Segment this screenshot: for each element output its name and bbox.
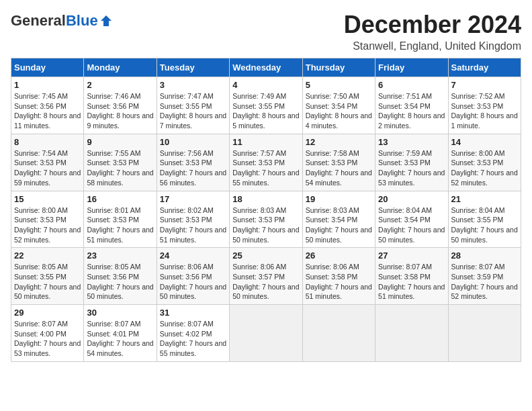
calendar-cell: 25 Sunrise: 8:06 AMSunset: 3:57 PMDaylig… (230, 248, 302, 305)
calendar-cell: 15 Sunrise: 8:00 AMSunset: 3:53 PMDaylig… (11, 191, 84, 248)
column-header-monday: Monday (84, 58, 157, 77)
day-detail: Sunrise: 8:06 AMSunset: 3:58 PMDaylight:… (306, 262, 372, 302)
day-number: 5 (306, 80, 372, 90)
day-detail: Sunrise: 7:57 AMSunset: 3:53 PMDaylight:… (232, 148, 299, 188)
calendar-cell: 29 Sunrise: 8:07 AMSunset: 4:00 PMDaylig… (11, 305, 84, 362)
calendar-cell: 10 Sunrise: 7:56 AMSunset: 3:53 PMDaylig… (157, 134, 229, 191)
day-detail: Sunrise: 7:52 AMSunset: 3:53 PMDaylight:… (451, 91, 518, 131)
day-number: 25 (232, 250, 299, 261)
day-detail: Sunrise: 8:04 AMSunset: 3:54 PMDaylight:… (378, 205, 445, 245)
day-detail: Sunrise: 7:56 AMSunset: 3:53 PMDaylight:… (160, 148, 226, 188)
calendar-cell (302, 305, 375, 362)
calendar-cell: 3 Sunrise: 7:47 AMSunset: 3:55 PMDayligh… (157, 77, 229, 134)
week-row-3: 15 Sunrise: 8:00 AMSunset: 3:53 PMDaylig… (11, 191, 521, 248)
calendar-cell (375, 305, 448, 362)
day-number: 21 (451, 194, 518, 204)
day-detail: Sunrise: 8:04 AMSunset: 3:55 PMDaylight:… (451, 205, 518, 245)
calendar-cell: 24 Sunrise: 8:06 AMSunset: 3:56 PMDaylig… (157, 248, 229, 305)
calendar-cell: 20 Sunrise: 8:04 AMSunset: 3:54 PMDaylig… (375, 191, 448, 248)
page-header: GeneralBlue December 2024 Stanwell, Engl… (11, 11, 521, 52)
calendar-cell: 2 Sunrise: 7:46 AMSunset: 3:56 PMDayligh… (84, 77, 157, 134)
day-detail: Sunrise: 8:07 AMSunset: 4:02 PMDaylight:… (160, 319, 226, 359)
day-detail: Sunrise: 8:03 AMSunset: 3:53 PMDaylight:… (232, 205, 299, 245)
calendar-cell: 6 Sunrise: 7:51 AMSunset: 3:54 PMDayligh… (375, 77, 448, 134)
day-detail: Sunrise: 8:05 AMSunset: 3:55 PMDaylight:… (14, 262, 81, 302)
day-number: 26 (306, 250, 372, 261)
day-number: 18 (232, 194, 299, 204)
day-number: 9 (87, 137, 153, 147)
logo-general-text: General (11, 12, 66, 29)
day-number: 31 (160, 308, 226, 318)
calendar-cell: 30 Sunrise: 8:07 AMSunset: 4:01 PMDaylig… (84, 305, 157, 362)
subtitle: Stanwell, England, United Kingdom (344, 40, 521, 52)
day-detail: Sunrise: 7:51 AMSunset: 3:54 PMDaylight:… (378, 91, 445, 131)
calendar-cell: 14 Sunrise: 8:00 AMSunset: 3:53 PMDaylig… (448, 134, 521, 191)
week-row-2: 8 Sunrise: 7:54 AMSunset: 3:53 PMDayligh… (11, 134, 521, 191)
calendar-cell: 28 Sunrise: 8:07 AMSunset: 3:59 PMDaylig… (448, 248, 521, 305)
day-detail: Sunrise: 8:03 AMSunset: 3:54 PMDaylight:… (306, 205, 372, 245)
day-number: 1 (14, 80, 81, 90)
day-detail: Sunrise: 8:06 AMSunset: 3:57 PMDaylight:… (232, 262, 299, 302)
day-number: 23 (87, 250, 153, 261)
calendar-cell: 1 Sunrise: 7:45 AMSunset: 3:56 PMDayligh… (11, 77, 84, 134)
calendar-cell: 31 Sunrise: 8:07 AMSunset: 4:02 PMDaylig… (157, 305, 229, 362)
day-number: 30 (87, 308, 153, 318)
calendar-cell: 12 Sunrise: 7:58 AMSunset: 3:53 PMDaylig… (302, 134, 375, 191)
calendar-cell: 26 Sunrise: 8:06 AMSunset: 3:58 PMDaylig… (302, 248, 375, 305)
day-number: 27 (378, 250, 445, 261)
day-number: 14 (451, 137, 518, 147)
column-header-wednesday: Wednesday (230, 58, 302, 77)
calendar-cell: 16 Sunrise: 8:01 AMSunset: 3:53 PMDaylig… (84, 191, 157, 248)
column-header-friday: Friday (375, 58, 448, 77)
calendar-header-row: SundayMondayTuesdayWednesdayThursdayFrid… (11, 58, 521, 77)
column-header-sunday: Sunday (11, 58, 84, 77)
calendar-cell: 5 Sunrise: 7:50 AMSunset: 3:54 PMDayligh… (302, 77, 375, 134)
calendar-cell: 21 Sunrise: 8:04 AMSunset: 3:55 PMDaylig… (448, 191, 521, 248)
calendar-table: SundayMondayTuesdayWednesdayThursdayFrid… (11, 58, 521, 362)
calendar-cell (448, 305, 521, 362)
day-number: 12 (306, 137, 372, 147)
day-detail: Sunrise: 8:05 AMSunset: 3:56 PMDaylight:… (87, 262, 153, 302)
main-title: December 2024 (344, 11, 521, 39)
calendar-cell: 8 Sunrise: 7:54 AMSunset: 3:53 PMDayligh… (11, 134, 84, 191)
day-number: 6 (378, 80, 445, 90)
calendar-cell: 19 Sunrise: 8:03 AMSunset: 3:54 PMDaylig… (302, 191, 375, 248)
day-number: 24 (160, 250, 226, 261)
column-header-saturday: Saturday (448, 58, 521, 77)
logo-icon (99, 14, 113, 28)
day-number: 2 (87, 80, 153, 90)
column-header-tuesday: Tuesday (157, 58, 229, 77)
calendar-cell: 4 Sunrise: 7:49 AMSunset: 3:55 PMDayligh… (230, 77, 302, 134)
week-row-4: 22 Sunrise: 8:05 AMSunset: 3:55 PMDaylig… (11, 248, 521, 305)
calendar-cell: 9 Sunrise: 7:55 AMSunset: 3:53 PMDayligh… (84, 134, 157, 191)
week-row-1: 1 Sunrise: 7:45 AMSunset: 3:56 PMDayligh… (11, 77, 521, 134)
column-header-thursday: Thursday (302, 58, 375, 77)
day-detail: Sunrise: 7:58 AMSunset: 3:53 PMDaylight:… (306, 148, 372, 188)
calendar-cell: 7 Sunrise: 7:52 AMSunset: 3:53 PMDayligh… (448, 77, 521, 134)
day-detail: Sunrise: 8:07 AMSunset: 4:00 PMDaylight:… (14, 319, 81, 359)
day-detail: Sunrise: 7:46 AMSunset: 3:56 PMDaylight:… (87, 91, 153, 131)
day-number: 10 (160, 137, 226, 147)
day-detail: Sunrise: 7:50 AMSunset: 3:54 PMDaylight:… (306, 91, 372, 131)
day-detail: Sunrise: 7:59 AMSunset: 3:53 PMDaylight:… (378, 148, 445, 188)
day-detail: Sunrise: 7:54 AMSunset: 3:53 PMDaylight:… (14, 148, 81, 188)
calendar-cell: 22 Sunrise: 8:05 AMSunset: 3:55 PMDaylig… (11, 248, 84, 305)
day-number: 22 (14, 250, 81, 261)
day-detail: Sunrise: 8:07 AMSunset: 3:58 PMDaylight:… (378, 262, 445, 302)
calendar-cell (230, 305, 302, 362)
week-row-5: 29 Sunrise: 8:07 AMSunset: 4:00 PMDaylig… (11, 305, 521, 362)
day-detail: Sunrise: 7:55 AMSunset: 3:53 PMDaylight:… (87, 148, 153, 188)
day-detail: Sunrise: 8:00 AMSunset: 3:53 PMDaylight:… (14, 205, 81, 245)
day-number: 8 (14, 137, 81, 147)
day-number: 17 (160, 194, 226, 204)
day-number: 4 (232, 80, 299, 90)
calendar-cell: 23 Sunrise: 8:05 AMSunset: 3:56 PMDaylig… (84, 248, 157, 305)
day-detail: Sunrise: 7:49 AMSunset: 3:55 PMDaylight:… (232, 91, 299, 131)
calendar-cell: 17 Sunrise: 8:02 AMSunset: 3:53 PMDaylig… (157, 191, 229, 248)
calendar-cell: 27 Sunrise: 8:07 AMSunset: 3:58 PMDaylig… (375, 248, 448, 305)
day-detail: Sunrise: 8:02 AMSunset: 3:53 PMDaylight:… (160, 205, 226, 245)
day-number: 13 (378, 137, 445, 147)
day-number: 7 (451, 80, 518, 90)
title-area: December 2024 Stanwell, England, United … (344, 11, 521, 52)
day-detail: Sunrise: 8:01 AMSunset: 3:53 PMDaylight:… (87, 205, 153, 245)
